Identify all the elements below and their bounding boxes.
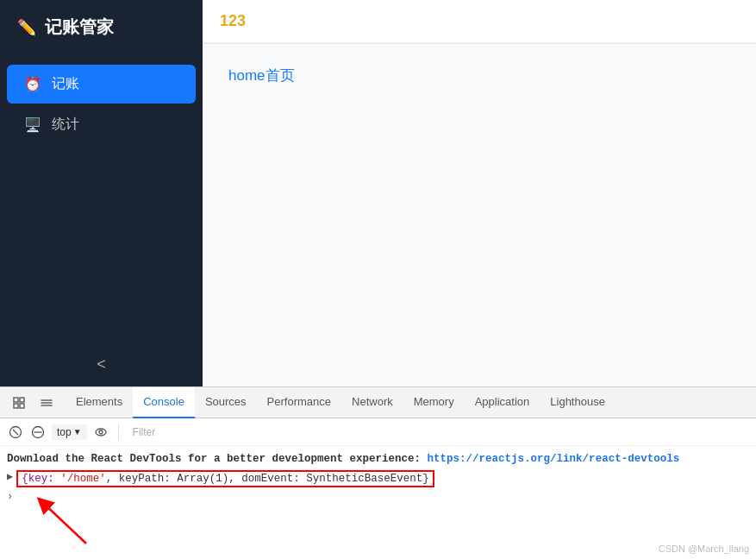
context-label: top xyxy=(57,426,72,438)
expand-arrow-icon[interactable]: ▶ xyxy=(7,470,13,483)
eye-icon-button[interactable] xyxy=(92,424,109,441)
devtools-panel: Elements Console Sources Performance Net… xyxy=(0,386,756,559)
tab-sources[interactable]: Sources xyxy=(195,387,257,418)
block-button[interactable] xyxy=(29,424,47,441)
tab-elements[interactable]: Elements xyxy=(66,387,133,418)
sidebar-header: ✏️ 记账管家 xyxy=(0,0,203,54)
tab-performance[interactable]: Performance xyxy=(257,387,341,418)
console-input-line: › xyxy=(7,489,749,505)
main-content: 123 home首页 xyxy=(203,0,756,386)
console-download-line: Download the React DevTools for a better… xyxy=(7,449,749,468)
prompt-icon: › xyxy=(7,491,13,503)
main-body: home首页 xyxy=(203,43,756,386)
download-text: Download the React DevTools for a better… xyxy=(7,453,428,465)
svg-rect-2 xyxy=(14,404,18,408)
tab-console[interactable]: Console xyxy=(133,387,195,418)
sidebar: ✏️ 记账管家 ⏰ 记账 🖥️ 统计 < xyxy=(0,0,203,386)
devtools-icon-btn-2[interactable] xyxy=(34,391,59,415)
dropdown-arrow-icon: ▼ xyxy=(73,427,82,437)
context-selector[interactable]: top ▼ xyxy=(52,424,87,440)
top-number: 123 xyxy=(220,12,246,30)
console-object-line: ▶ {key: '/home', keyPath: Array(1), domE… xyxy=(7,468,749,489)
svg-rect-3 xyxy=(20,404,24,408)
tab-memory[interactable]: Memory xyxy=(403,387,465,418)
sidebar-title: 记账管家 xyxy=(45,16,114,39)
svg-line-5 xyxy=(13,430,18,435)
svg-point-8 xyxy=(99,430,103,434)
toolbar-divider xyxy=(118,424,119,440)
tab-lighthouse[interactable]: Lighthouse xyxy=(540,387,615,418)
monitor-icon: 🖥️ xyxy=(24,116,41,133)
key-value: '/home' xyxy=(60,473,106,485)
sidebar-item-jizhang[interactable]: ⏰ 记账 xyxy=(7,65,196,104)
console-object-text: {key: '/home', keyPath: Array(1), domEve… xyxy=(16,470,434,487)
keypathtext: , keyPath: Array(1), domEvent: Synthetic… xyxy=(106,473,429,485)
console-content-wrapper: Download the React DevTools for a better… xyxy=(0,446,756,559)
chevron-left-icon: < xyxy=(97,355,106,374)
tongji-label: 统计 xyxy=(52,116,79,134)
tab-application[interactable]: Application xyxy=(465,387,540,418)
clock-icon: ⏰ xyxy=(24,76,41,92)
devtools-icon-btn-1[interactable] xyxy=(7,391,31,415)
jizhang-label: 记账 xyxy=(52,75,79,93)
svg-point-7 xyxy=(96,429,106,436)
devtools-link[interactable]: https://reactjs.org/link/react-devtools xyxy=(428,453,680,465)
sidebar-nav: ⏰ 记账 🖥️ 统计 xyxy=(0,54,203,342)
svg-rect-1 xyxy=(20,398,24,402)
svg-rect-0 xyxy=(14,398,18,402)
home-title: home首页 xyxy=(228,67,295,84)
sidebar-item-tongji[interactable]: 🖥️ 统计 xyxy=(7,105,196,144)
top-number-bar: 123 xyxy=(203,0,756,43)
tab-network[interactable]: Network xyxy=(341,387,403,418)
console-output: Download the React DevTools for a better… xyxy=(0,446,756,559)
sidebar-toggle-button[interactable]: < xyxy=(0,342,203,386)
devtools-toolbar: top ▼ xyxy=(0,418,756,446)
console-filter-input[interactable] xyxy=(128,424,749,440)
edit-icon: ✏️ xyxy=(17,18,36,37)
key-label: {key: xyxy=(22,473,60,485)
devtools-tabs-bar: Elements Console Sources Performance Net… xyxy=(0,387,756,418)
clear-console-button[interactable] xyxy=(7,424,24,441)
